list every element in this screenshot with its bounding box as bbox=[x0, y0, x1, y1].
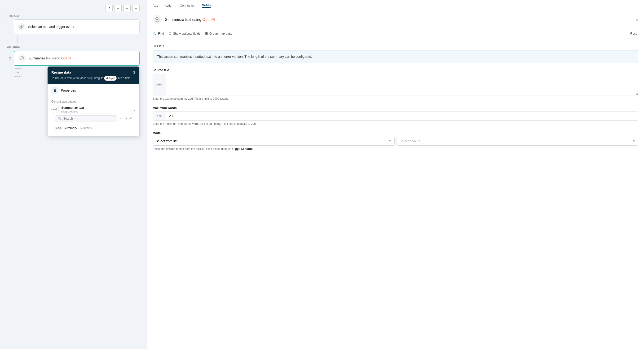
find-label: Find bbox=[158, 32, 164, 35]
action-logo bbox=[152, 15, 162, 24]
datapill-badge: datapill bbox=[104, 76, 117, 81]
recipe-header-text: Recipe data To use data from a previous … bbox=[51, 70, 130, 81]
add-step-btn[interactable]: + bbox=[14, 68, 22, 77]
step-output-item-left: Summarize text (Step 2 output) bbox=[51, 106, 84, 113]
search-input[interactable] bbox=[63, 117, 114, 120]
list-item[interactable]: ABC Summary Summary bbox=[55, 125, 132, 131]
help-description: This action summarizes inputted text int… bbox=[157, 55, 312, 59]
max-words-wrap: 123 bbox=[152, 112, 638, 121]
model-type-select-arrow: ▼ bbox=[386, 139, 394, 143]
actions-label: ACTIONS bbox=[7, 46, 140, 48]
help-label: HELP bbox=[152, 45, 161, 48]
refresh-btn[interactable]: ↺ bbox=[106, 5, 112, 12]
pill-subname: Summary bbox=[80, 126, 92, 130]
model-value-select-wrap: Select a value ▼ bbox=[396, 137, 638, 146]
step-output-chevron: ∨ bbox=[133, 108, 136, 111]
step1-icon: 🔗 bbox=[18, 23, 25, 31]
num-badge: 123 bbox=[153, 112, 166, 120]
help-box: This action summarizes inputted text int… bbox=[152, 50, 638, 63]
max-words-hint: Enter the maximum number of words for th… bbox=[152, 122, 638, 126]
max-words-input[interactable] bbox=[166, 112, 638, 120]
step-output-icon bbox=[51, 106, 59, 113]
step1-number: 1 bbox=[7, 25, 11, 29]
recipe-popup-title: Recipe data bbox=[51, 70, 130, 74]
breadcrumb: App → Action → Connection → Setup bbox=[147, 0, 644, 11]
properties-section: ⊞ Properties › bbox=[48, 84, 139, 97]
zoom-in-btn[interactable]: + bbox=[114, 5, 122, 12]
required-indicator: * bbox=[170, 68, 172, 72]
left-panel: ↺ + − ⊹ TRIGGER 1 🔗 Select an app and tr… bbox=[0, 0, 147, 349]
properties-header-left: ⊞ Properties bbox=[51, 87, 76, 94]
toolbar: 🔍 Find ⊙ Show optional fields ⊞ Group ma… bbox=[147, 28, 644, 39]
step-output-name: Summarize text bbox=[61, 106, 84, 109]
breadcrumb-arrow-3: → bbox=[197, 4, 200, 7]
source-text-label: Source text * bbox=[152, 68, 638, 72]
model-hint: Select the desired model from the pickli… bbox=[152, 147, 638, 151]
source-text-input[interactable] bbox=[166, 74, 638, 95]
step1-row: 1 🔗 Select an app and trigger event bbox=[7, 20, 140, 34]
max-words-label: Maximum words bbox=[152, 106, 638, 110]
model-value-placeholder: Select a value bbox=[397, 137, 630, 145]
model-field: Model Select from list ▼ Select a value … bbox=[152, 131, 638, 151]
breadcrumb-connection[interactable]: Connection bbox=[180, 4, 196, 7]
properties-icon: ⊞ bbox=[51, 87, 58, 94]
abc-badge: ABC bbox=[153, 74, 166, 95]
search-close-btn[interactable]: × bbox=[130, 116, 132, 121]
find-icon: 🔍 bbox=[152, 32, 156, 35]
top-controls: ↺ + − ⊹ bbox=[7, 5, 140, 12]
search-icon: 🔍 bbox=[58, 117, 62, 120]
properties-chevron: › bbox=[134, 89, 136, 92]
trigger-label: TRIGGER bbox=[7, 14, 140, 17]
breadcrumb-app[interactable]: App bbox=[152, 4, 158, 7]
step-output-item[interactable]: Summarize text (Step 2 output) ∨ bbox=[51, 106, 136, 113]
recipe-header: Recipe data To use data from a previous … bbox=[48, 67, 139, 84]
optional-fields-btn[interactable]: ⊙ Show optional fields bbox=[169, 31, 200, 36]
zoom-out-btn[interactable]: − bbox=[124, 5, 130, 12]
source-text-wrap: ABC bbox=[152, 74, 638, 95]
group-map-btn[interactable]: ⊞ Group map data bbox=[205, 31, 232, 36]
fit-btn[interactable]: ⊹ bbox=[132, 5, 140, 12]
model-type-select[interactable]: Select from list bbox=[153, 137, 386, 145]
breadcrumb-arrow-2: → bbox=[175, 4, 178, 7]
step2-title: Summarize text using OpenAI bbox=[28, 56, 72, 60]
search-down-btn[interactable]: ∨ bbox=[124, 116, 128, 121]
breadcrumb-arrow-1: → bbox=[160, 4, 163, 7]
group-map-label: Group map data bbox=[210, 32, 232, 35]
model-value-select-arrow: ▼ bbox=[630, 139, 638, 143]
action-header: Summarize text using OpenAI × bbox=[147, 11, 644, 28]
pill-type-badge: ABC bbox=[55, 127, 62, 130]
pill-name: Summary bbox=[64, 126, 77, 130]
step-output-sub: (Step 2 output) bbox=[61, 110, 78, 113]
step1-title: Select an app and trigger event bbox=[28, 25, 74, 29]
reset-btn[interactable]: Reset bbox=[630, 32, 638, 35]
connector-line-1 bbox=[18, 36, 18, 43]
data-pills-list: ABC Summary Summary bbox=[51, 123, 136, 134]
optional-fields-icon: ⊙ bbox=[169, 32, 172, 35]
step2-card[interactable]: Summarize text using OpenAI bbox=[14, 51, 140, 66]
help-chevron-icon: ∧ bbox=[162, 45, 165, 48]
properties-label: Properties bbox=[61, 89, 76, 92]
current-step-section: Current step output Summarize text (Step… bbox=[48, 97, 139, 136]
help-toggle[interactable]: HELP ∧ bbox=[152, 45, 638, 48]
model-select-row: Select from list ▼ Select a value ▼ bbox=[152, 137, 638, 146]
properties-header[interactable]: ⊞ Properties › bbox=[51, 87, 136, 94]
step2-number: 2 bbox=[7, 57, 11, 60]
search-up-btn[interactable]: ∧ bbox=[118, 116, 122, 121]
recipe-description: To use data from a previous step, drag i… bbox=[51, 76, 130, 81]
find-btn[interactable]: 🔍 Find bbox=[152, 31, 164, 36]
step2-row: 2 Summarize text using OpenAI bbox=[7, 51, 140, 66]
group-map-icon: ⊞ bbox=[205, 32, 208, 35]
sort-icon[interactable]: ⇅ bbox=[132, 70, 136, 76]
close-btn[interactable]: × bbox=[636, 17, 638, 23]
form-content: HELP ∧ This action summarizes inputted t… bbox=[147, 39, 644, 349]
model-type-select-wrap: Select from list ▼ bbox=[152, 137, 395, 146]
model-hint-bold: gpt-3.5-turbo bbox=[235, 147, 253, 151]
search-input-wrap: 🔍 bbox=[55, 115, 117, 122]
action-title: Summarize text using OpenAI bbox=[165, 18, 632, 22]
source-text-field: Source text * ABC Enter the text to be s… bbox=[152, 68, 638, 101]
model-label: Model bbox=[152, 131, 638, 135]
breadcrumb-setup[interactable]: Setup bbox=[202, 3, 210, 8]
breadcrumb-action[interactable]: Action bbox=[165, 4, 173, 7]
current-step-label: Current step output bbox=[51, 100, 136, 103]
step1-card[interactable]: 🔗 Select an app and trigger event bbox=[14, 20, 140, 34]
